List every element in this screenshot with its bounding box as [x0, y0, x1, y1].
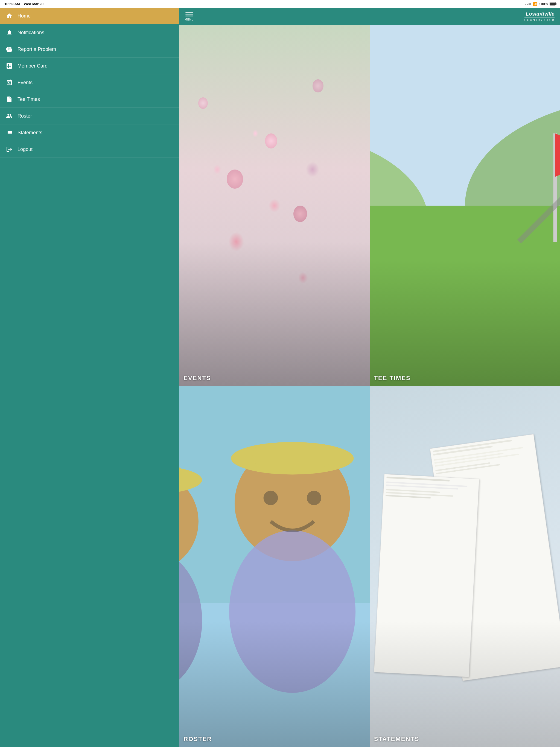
svg-rect-18: [253, 444, 332, 467]
svg-text:30: 30: [8, 82, 11, 84]
logo: Losantiville Country Club: [525, 11, 555, 22]
person-icon: [5, 112, 13, 120]
svg-rect-0: [8, 80, 8, 81]
wrench-icon: [5, 45, 13, 53]
app-container: Home Notifications Report a Problem: [0, 8, 560, 747]
tee-times-tile-label: TEE TIMES: [374, 375, 411, 382]
menu-line-1: [185, 12, 193, 12]
sidebar-item-statements[interactable]: Statements: [0, 124, 179, 141]
roster-tile-label: ROSTER: [183, 736, 212, 743]
menu-button[interactable]: MENU: [184, 12, 194, 21]
sidebar: Home Notifications Report a Problem: [0, 8, 179, 747]
svg-point-22: [263, 491, 278, 505]
tile-events[interactable]: EVENTS: [179, 25, 370, 386]
logout-icon: [5, 146, 13, 153]
statements-tile-label: STATEMENTS: [374, 736, 419, 743]
sidebar-tee-times-label: Tee Times: [18, 97, 40, 102]
sidebar-home-label: Home: [18, 13, 31, 19]
sidebar-item-member-card[interactable]: Member Card: [0, 58, 179, 74]
sidebar-report-label: Report a Problem: [18, 47, 56, 52]
date: Wed Mar 20: [24, 2, 44, 6]
events-tile-label: EVENTS: [183, 375, 211, 382]
logo-name: Losantiville: [525, 11, 555, 17]
list-icon: [5, 129, 13, 136]
sidebar-item-home[interactable]: Home: [0, 8, 179, 24]
sidebar-item-roster[interactable]: Roster: [0, 108, 179, 124]
sidebar-item-notifications[interactable]: Notifications: [0, 24, 179, 41]
tee-bg-image: [370, 25, 560, 386]
app-header: MENU Losantiville Country Club: [179, 8, 560, 25]
sidebar-item-events[interactable]: 30 Events: [0, 74, 179, 91]
document-icon: [5, 96, 13, 103]
home-icon: [5, 12, 13, 20]
tile-roster[interactable]: ROSTER: [179, 386, 370, 747]
roster-bg: [179, 386, 370, 747]
svg-rect-1: [10, 80, 11, 81]
status-bar: 10:59 AM Wed Mar 20 📶 100%: [0, 0, 560, 8]
tiles-grid: EVENTS: [179, 25, 560, 747]
sidebar-notifications-label: Notifications: [18, 30, 44, 35]
battery-icon: [550, 2, 556, 5]
logo-divider: [525, 18, 555, 18]
time: 10:59 AM: [4, 2, 20, 6]
card-icon: [5, 62, 13, 70]
battery-percent: 100%: [539, 2, 548, 6]
sidebar-item-logout[interactable]: Logout: [0, 141, 179, 158]
sidebar-item-report-problem[interactable]: Report a Problem: [0, 41, 179, 58]
status-time-date: 10:59 AM Wed Mar 20: [4, 2, 44, 6]
menu-line-2: [185, 14, 193, 15]
sidebar-logout-label: Logout: [18, 147, 32, 152]
logo-sub: Country Club: [525, 18, 555, 22]
tile-tee-times[interactable]: TEE TIMES: [370, 25, 560, 386]
svg-marker-8: [555, 133, 560, 177]
sidebar-item-tee-times[interactable]: Tee Times: [0, 91, 179, 108]
menu-label: MENU: [184, 18, 194, 21]
menu-line-3: [185, 16, 193, 17]
sidebar-roster-label: Roster: [18, 113, 32, 119]
events-bg-image: [179, 25, 370, 386]
calendar-icon: 30: [5, 79, 13, 86]
sidebar-member-card-label: Member Card: [18, 63, 48, 69]
main-content: MENU Losantiville Country Club: [179, 8, 560, 747]
status-indicators: 📶 100%: [525, 2, 556, 6]
bell-icon: [5, 29, 13, 36]
svg-point-23: [307, 491, 321, 505]
statements-bg: [370, 386, 560, 747]
tile-statements[interactable]: STATEMENTS: [370, 386, 560, 747]
sidebar-statements-label: Statements: [18, 130, 42, 136]
wifi-icon: 📶: [533, 2, 537, 6]
signal-icon: [525, 3, 531, 5]
sidebar-events-label: Events: [18, 80, 32, 85]
